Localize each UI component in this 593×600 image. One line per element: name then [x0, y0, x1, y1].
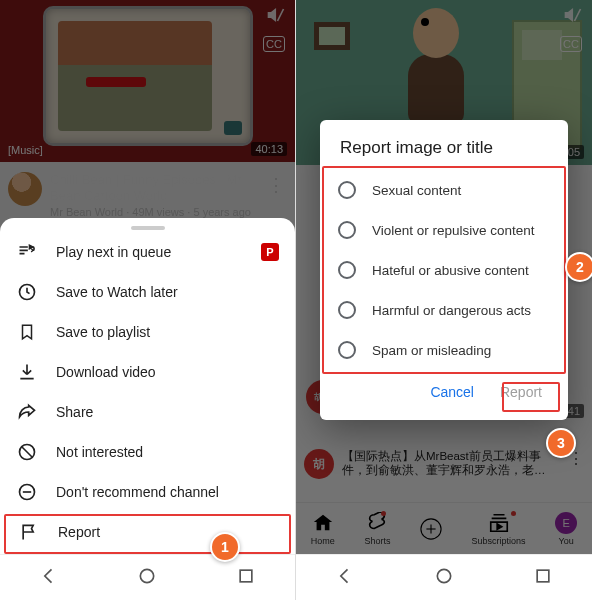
play-next-icon	[16, 241, 38, 263]
svg-point-6	[141, 569, 154, 582]
sheet-item-label: Download video	[56, 364, 156, 380]
not-interested-icon	[16, 441, 38, 463]
sheet-item-label: Don't recommend channel	[56, 484, 219, 500]
sheet-item-not-interested[interactable]: Not interested	[0, 432, 295, 472]
highlight-report	[4, 514, 291, 554]
svg-point-12	[437, 569, 450, 582]
svg-rect-7	[240, 570, 252, 582]
remove-circle-icon	[16, 481, 38, 503]
sheet-item-label: Save to Watch later	[56, 284, 178, 300]
premium-badge: P	[261, 243, 279, 261]
android-navbar	[296, 554, 592, 600]
sheet-item-play-next[interactable]: Play next in queue P	[0, 232, 295, 272]
svg-line-3	[22, 447, 32, 457]
nav-recent-button[interactable]	[533, 566, 553, 590]
highlight-report-btn	[502, 382, 560, 412]
dialog-title: Report image or title	[324, 138, 564, 168]
bookmark-icon	[16, 321, 38, 343]
sheet-handle[interactable]	[131, 226, 165, 230]
sheet-item-label: Not interested	[56, 444, 143, 460]
annotation-marker-3: 3	[546, 428, 576, 458]
sheet-item-label: Share	[56, 404, 93, 420]
nav-home-button[interactable]	[434, 566, 454, 590]
highlight-options	[322, 166, 566, 374]
nav-home-button[interactable]	[137, 566, 157, 590]
report-dialog: Report image or title Sexual content Vio…	[320, 120, 568, 420]
bottom-sheet: Play next in queue P Save to Watch later…	[0, 218, 295, 554]
sheet-item-save-playlist[interactable]: Save to playlist	[0, 312, 295, 352]
sheet-item-share[interactable]: Share	[0, 392, 295, 432]
nav-back-button[interactable]	[335, 566, 355, 590]
sheet-item-label: Play next in queue	[56, 244, 171, 260]
sheet-item-watch-later[interactable]: Save to Watch later	[0, 272, 295, 312]
nav-recent-button[interactable]	[236, 566, 256, 590]
sheet-item-download[interactable]: Download video	[0, 352, 295, 392]
annotation-marker-2: 2	[565, 252, 592, 282]
left-phone: CC [Music] 40:13 Chilli Bean | Funny Epi…	[0, 0, 296, 600]
nav-back-button[interactable]	[39, 566, 59, 590]
svg-rect-13	[537, 570, 549, 582]
sheet-item-label: Save to playlist	[56, 324, 150, 340]
android-navbar	[0, 554, 295, 600]
clock-icon	[16, 281, 38, 303]
annotation-marker-1: 1	[210, 532, 240, 562]
share-icon	[16, 401, 38, 423]
cancel-button[interactable]: Cancel	[422, 378, 482, 406]
download-icon	[16, 361, 38, 383]
sheet-item-dont-recommend[interactable]: Don't recommend channel	[0, 472, 295, 512]
right-phone: CC 10:05 MrBeast 胡说 31:41 胡 【国际热点】从MrBea…	[296, 0, 592, 600]
